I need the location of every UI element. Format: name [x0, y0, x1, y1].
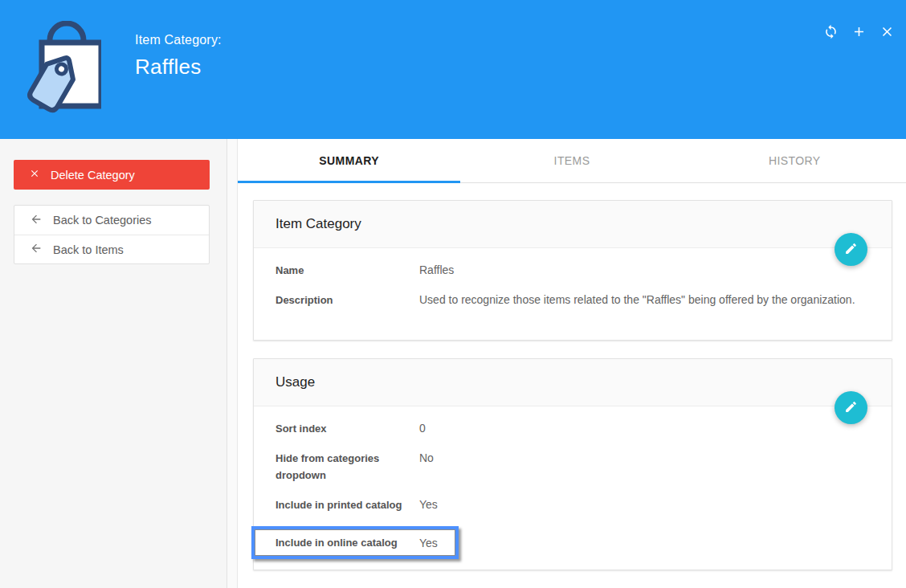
tab-history[interactable]: HISTORY [684, 139, 906, 182]
close-button[interactable] [877, 23, 896, 43]
item-category-card: Item Category Name Raffles Description [253, 200, 892, 341]
card-title: Item Category [254, 201, 892, 248]
field-label: Description [275, 292, 419, 308]
field-label: Include in online catalog [275, 537, 419, 549]
refresh-icon [823, 24, 839, 42]
field-label: Include in printed catalog [275, 496, 419, 513]
card-title: Usage [254, 359, 892, 406]
page-body: Delete Category Back to Categories Back … [0, 139, 906, 588]
plus-icon [851, 24, 867, 42]
app-header: Item Category: Raffles [0, 0, 906, 139]
field-value: Raffles [419, 262, 454, 279]
add-button[interactable] [849, 23, 868, 43]
field-value: 0 [419, 420, 426, 437]
nav-item-label: Back to Items [53, 243, 124, 256]
delete-x-icon [29, 168, 40, 182]
back-arrow-icon [30, 242, 43, 257]
header-kicker: Item Category: [135, 33, 222, 47]
delete-category-label: Delete Category [51, 169, 135, 182]
nav-item-back-to-items[interactable]: Back to Items [14, 235, 209, 263]
main-panel: SUMMARY ITEMS HISTORY Item Category Name [238, 139, 906, 588]
edit-item-category-button[interactable] [835, 233, 867, 266]
field-row-sort-index: Sort index 0 [275, 420, 870, 437]
usage-card: Usage Sort index 0 Hide from categories … [253, 358, 892, 570]
field-label: Sort index [275, 420, 419, 437]
nav-item-label: Back to Categories [53, 214, 152, 227]
field-value: Yes [419, 496, 438, 513]
shopping-bag-tag-icon [18, 21, 101, 117]
delete-category-button[interactable]: Delete Category [14, 160, 210, 190]
sidebar: Delete Category Back to Categories Back … [0, 139, 227, 588]
field-value: No [419, 450, 434, 467]
field-label: Hide from categories dropdown [275, 450, 419, 484]
field-row-description: Description Used to recognize those item… [275, 292, 870, 308]
field-row-include-printed-catalog: Include in printed catalog Yes [275, 496, 870, 513]
tab-bar: SUMMARY ITEMS HISTORY [238, 139, 906, 183]
field-value: Yes [419, 537, 438, 549]
edit-usage-button[interactable] [835, 391, 867, 424]
sidebar-scroll-gutter [227, 139, 238, 588]
back-navigation: Back to Categories Back to Items [14, 205, 210, 264]
close-icon [879, 24, 895, 42]
pencil-icon [844, 242, 858, 258]
field-row-name: Name Raffles [275, 262, 870, 279]
field-label: Name [275, 262, 419, 279]
page-title: Raffles [135, 55, 222, 79]
tab-items[interactable]: ITEMS [460, 139, 683, 182]
back-arrow-icon [30, 213, 43, 228]
field-value: Used to recognize those items related to… [419, 292, 855, 308]
header-actions [821, 23, 896, 43]
tab-summary[interactable]: SUMMARY [238, 139, 460, 182]
highlight-box-include-online-catalog: Include in online catalog Yes [251, 526, 459, 559]
pencil-icon [844, 400, 858, 416]
nav-item-back-to-categories[interactable]: Back to Categories [14, 206, 209, 235]
field-row-hide-from-dropdown: Hide from categories dropdown No [275, 450, 870, 484]
refresh-button[interactable] [821, 23, 840, 43]
summary-panel: Item Category Name Raffles Description [238, 183, 906, 570]
